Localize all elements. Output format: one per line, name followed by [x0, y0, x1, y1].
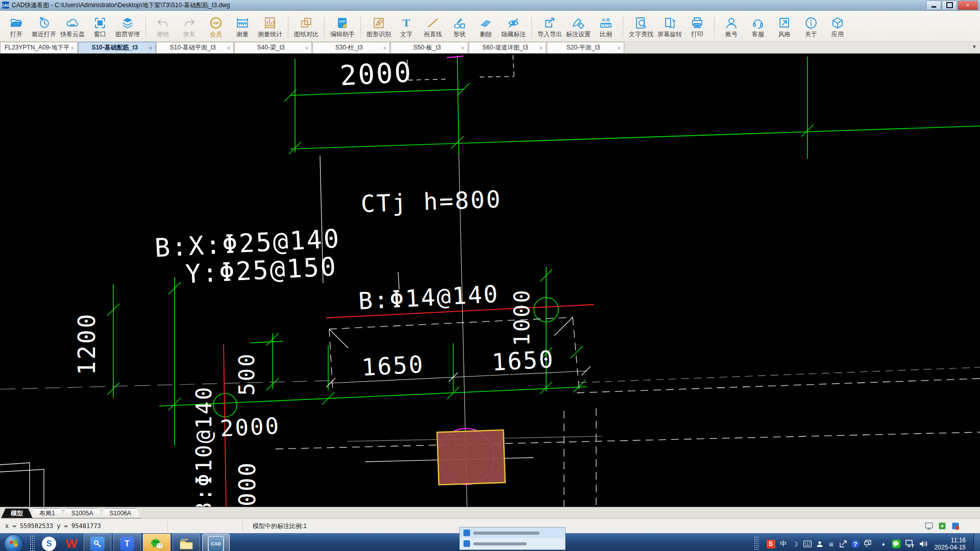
help-tray-icon[interactable]: ? — [851, 540, 860, 548]
toolbar-open[interactable]: 打开 — [3, 15, 30, 38]
doc-tab[interactable]: S50-板_t3 × — [390, 42, 468, 53]
eraser-icon — [479, 16, 493, 30]
popup-row[interactable] — [460, 538, 565, 549]
doc-tab[interactable]: S60-坡道详图_t3 × — [469, 42, 546, 53]
doc-tab[interactable]: S30-柱_t3 × — [312, 42, 390, 53]
toolbar-recent[interactable]: 最近打开 — [30, 15, 58, 38]
taskbar-wps[interactable]: W — [61, 534, 82, 551]
show-hidden-icons[interactable]: ▲ — [880, 541, 887, 546]
status-divider — [167, 521, 168, 531]
toolbar-draw-line[interactable]: 画直线 — [420, 15, 446, 38]
toolbar-annotation-settings[interactable]: 标注设置 — [564, 15, 593, 38]
toolbar-screen-rotate[interactable]: 屏幕旋转 — [655, 15, 684, 38]
toolbar-import-export[interactable]: 导入导出 — [535, 15, 564, 38]
toolbar-shapes[interactable]: 形状 — [446, 15, 473, 38]
toolbar-window[interactable]: 窗口 — [87, 15, 113, 38]
toolbar-edit-assistant[interactable]: CAD 编辑助手 — [328, 15, 357, 38]
highlighted-column[interactable] — [437, 430, 505, 485]
toolbar-print[interactable]: 打印 — [684, 15, 710, 38]
doc-tab[interactable]: S40-梁_t3 × — [234, 42, 312, 53]
toolbar-shape-recognition[interactable]: 图形识别 — [364, 15, 393, 38]
draw-line-icon — [426, 16, 439, 30]
close-button[interactable]: × — [958, 1, 978, 10]
taskbar-explorer[interactable] — [173, 534, 200, 551]
tab-overflow-button[interactable]: ▼ — [972, 44, 977, 49]
menu-lines-icon[interactable]: ≡ — [828, 540, 835, 548]
toolbar-apps[interactable]: 应用 — [824, 15, 851, 38]
layout-tab[interactable]: 布局1 — [30, 508, 65, 518]
toolbar-measure[interactable]: 测量 — [229, 15, 256, 38]
toolbar-drawing-compare[interactable]: 图纸对比 — [292, 15, 321, 38]
doc-tab[interactable]: FL23YPTN_A09-地下平… × — [0, 42, 78, 53]
doc-tab-active[interactable]: S10-基础配筋_t3 × — [78, 42, 156, 53]
toolbar-account[interactable]: 账号 — [718, 15, 745, 38]
taskbar-clock[interactable]: 11:16 2025-04-15 — [935, 537, 966, 551]
keyboard-icon[interactable] — [803, 540, 812, 547]
notification-popup[interactable] — [459, 527, 566, 550]
key-icon — [93, 539, 102, 548]
measure-ruler-icon — [236, 16, 249, 30]
layout-tab[interactable]: S1006A — [100, 508, 141, 518]
taskbar-key-app[interactable] — [84, 534, 111, 551]
toolbar-vip[interactable]: VIP 会员 — [203, 15, 229, 38]
network-icon[interactable] — [905, 540, 915, 548]
taskbar-wechat[interactable] — [143, 534, 170, 551]
popup-item-icon — [463, 530, 470, 536]
tab-close-icon[interactable]: × — [227, 45, 230, 51]
document-tab-bar: FL23YPTN_A09-地下平… × S10-基础配筋_t3 × S10-基础… — [0, 42, 980, 54]
toolbar-delete[interactable]: 删除 — [473, 15, 499, 38]
toolbar-text-search[interactable]: 文字查找 — [627, 15, 655, 38]
toolbar-label: 删除 — [480, 31, 492, 38]
toolbar-undo[interactable]: 撤销 — [150, 15, 176, 38]
layout-tab-model[interactable]: 模型 — [1, 508, 33, 518]
layout-tab[interactable]: S1005A — [62, 508, 103, 518]
toolbar-layers[interactable]: 图层管理 — [113, 15, 142, 38]
wechat-tray-icon[interactable] — [892, 539, 901, 548]
toolbar-about[interactable]: 关于 — [798, 15, 824, 38]
export-tray-icon[interactable] — [840, 540, 847, 547]
show-desktop-button[interactable] — [973, 533, 980, 551]
tab-close-icon[interactable]: × — [540, 45, 543, 51]
start-button[interactable] — [4, 534, 23, 551]
toolbar-separator — [288, 16, 288, 38]
input-language-icon[interactable]: 中 — [780, 539, 787, 548]
cloud-icon — [66, 16, 79, 30]
toolbar-text-tool[interactable]: T 文字 — [393, 15, 420, 38]
fullscreen-icon[interactable] — [925, 522, 933, 530]
minimize-button[interactable] — [926, 1, 941, 10]
person-tray-icon[interactable] — [816, 540, 823, 547]
toolbar-measure-stats[interactable]: 测量统计 — [256, 15, 284, 38]
tab-close-icon[interactable]: × — [149, 45, 152, 51]
screen-rotate-icon — [663, 16, 676, 30]
toolbar-scale[interactable]: A:B 比例 — [593, 15, 619, 38]
toolbar-hide-annotation[interactable]: 隐藏标注 — [499, 15, 528, 38]
tab-close-icon[interactable]: × — [71, 45, 74, 51]
doc-tab[interactable]: S10-基础平面_t3 × — [156, 42, 234, 53]
toolbar-label: 导入导出 — [537, 31, 562, 38]
popup-row[interactable] — [460, 528, 565, 538]
tab-close-icon[interactable]: × — [305, 45, 308, 51]
moon-icon[interactable]: ☽ — [792, 540, 799, 548]
taskbar-tencent-docs[interactable]: T — [113, 534, 141, 551]
tab-close-icon[interactable]: × — [383, 45, 386, 51]
scale-ratio-icon: A:B — [599, 16, 612, 30]
green-doc-icon[interactable] — [938, 522, 946, 530]
pdf-badge-icon[interactable] — [951, 522, 960, 530]
drawing-canvas[interactable]: 2000 CTj h=800 B:X:Φ25@140 Y:Φ25@150 B:Φ… — [0, 54, 980, 507]
toolbar-redo[interactable]: 恢复 — [176, 15, 203, 38]
tab-close-icon[interactable]: × — [461, 45, 464, 51]
taskbar-sogou-browser[interactable]: S — [39, 534, 59, 551]
popup-item-icon — [463, 540, 470, 547]
sogou-input-icon[interactable]: S — [767, 540, 775, 548]
toolbar-support[interactable]: 客服 — [745, 15, 771, 38]
toolbar-cloud[interactable]: 快看云盘 — [58, 15, 87, 38]
toolbar-separator — [360, 16, 361, 38]
toolbar-style[interactable]: 风格 — [771, 15, 798, 38]
taskbar-cad-viewer[interactable]: CAD — [202, 534, 230, 551]
window-switch-icon[interactable] — [864, 540, 871, 548]
shape-recognition-icon — [372, 16, 385, 30]
volume-icon[interactable] — [919, 540, 928, 548]
maximize-button[interactable] — [942, 1, 957, 10]
doc-tab[interactable]: S20-平面_t3 × — [547, 42, 624, 53]
tab-close-icon[interactable]: × — [618, 45, 621, 51]
